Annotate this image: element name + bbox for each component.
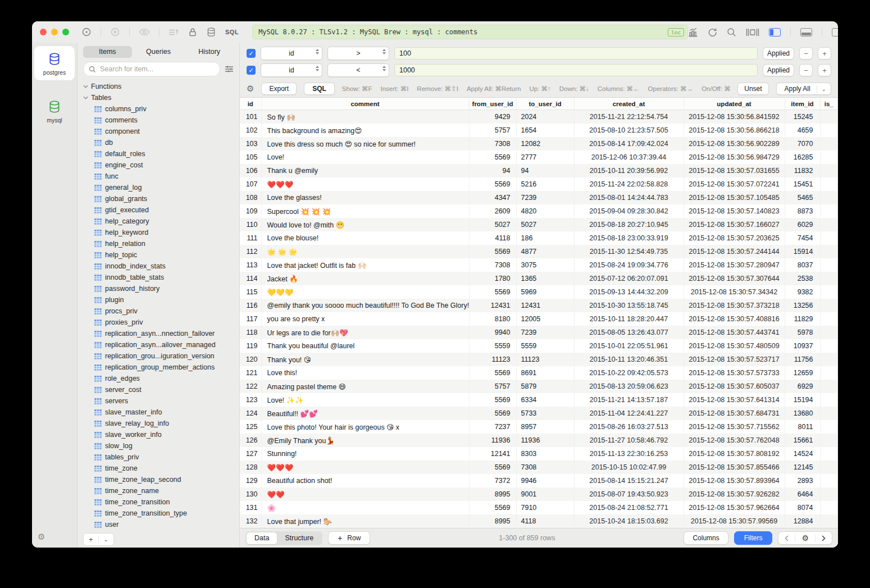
cell-to-user-id[interactable]: 7239 bbox=[516, 191, 574, 204]
cell-created-at[interactable]: 2015-08-18 20:27:10.945 bbox=[574, 218, 684, 231]
cell-comment[interactable]: This background is amazing😍 bbox=[261, 124, 469, 137]
add-item-button[interactable]: + bbox=[84, 534, 98, 545]
cell-item-id[interactable]: 13680 bbox=[785, 407, 820, 420]
zoom-window-button[interactable] bbox=[62, 29, 69, 35]
cell-from-user-id[interactable]: 94 bbox=[469, 164, 516, 177]
cell-comment[interactable]: Beautiful action shot! bbox=[261, 474, 469, 487]
cell-comment[interactable]: ❤️❤️ bbox=[261, 487, 469, 501]
sidebar-item-table[interactable]: time_zone_transition_type bbox=[83, 508, 239, 519]
cell-updated-at[interactable]: 2015-12-08 15:30:57.573733 bbox=[684, 366, 785, 380]
cell-created-at[interactable]: 2015-11-21 14:13:57.187 bbox=[574, 393, 684, 407]
cell-id[interactable]: 115 bbox=[240, 285, 261, 299]
cell-id[interactable]: 123 bbox=[240, 393, 261, 407]
cell-comment[interactable]: Stunning! bbox=[261, 447, 469, 461]
cell-comment[interactable]: @emily thank you soooo much beautiful!!!… bbox=[261, 299, 469, 312]
cell-updated-at[interactable]: 2015-12-08 15:30:57.280947 bbox=[684, 258, 785, 272]
sidebar-item-table[interactable]: comments bbox=[83, 115, 239, 126]
cell-from-user-id[interactable]: 4118 bbox=[469, 231, 516, 245]
filter-enabled-checkbox[interactable]: ✓ bbox=[247, 66, 256, 75]
cell-to-user-id[interactable]: 12005 bbox=[516, 312, 574, 326]
cell-is[interactable] bbox=[820, 339, 838, 353]
cell-created-at[interactable]: 2015-11-13 22:30:16.253 bbox=[574, 447, 684, 461]
cell-created-at[interactable]: 2015-10-01 22:05:51.961 bbox=[574, 339, 684, 353]
cell-item-id[interactable]: 7070 bbox=[785, 137, 820, 151]
column-header-updated-at[interactable]: updated_at bbox=[684, 98, 785, 110]
window-frame-icon[interactable] bbox=[746, 28, 759, 37]
tab-history[interactable]: History bbox=[185, 46, 234, 58]
table-row[interactable]: 121 Love this! 5569 8691 2015-10-22 09:4… bbox=[240, 366, 838, 380]
cell-comment[interactable]: Thank u @emily bbox=[261, 164, 469, 177]
previous-page-icon[interactable] bbox=[778, 532, 795, 544]
cell-updated-at[interactable]: 2015-12-08 15:30:57.808192 bbox=[684, 447, 785, 461]
tree-section-tables[interactable]: Tables bbox=[83, 92, 239, 103]
sidebar-item-table[interactable]: password_history bbox=[83, 283, 239, 294]
cell-item-id[interactable]: 5978 bbox=[785, 326, 820, 339]
add-row-button[interactable]: + Row bbox=[328, 531, 370, 545]
sidebar-item-table[interactable]: slave_master_info bbox=[83, 407, 239, 418]
cell-item-id[interactable]: 15245 bbox=[785, 110, 820, 124]
cell-is[interactable] bbox=[820, 191, 838, 204]
cell-item-id[interactable]: 14524 bbox=[785, 447, 820, 461]
table-row[interactable]: 107 ❤️❤️❤️ 5569 5216 2015-11-24 22:02:58… bbox=[240, 177, 838, 191]
cell-to-user-id[interactable]: 4820 bbox=[516, 204, 574, 218]
sidebar-item-table[interactable]: global_grants bbox=[83, 193, 239, 204]
toggle-right-panel-icon[interactable] bbox=[832, 28, 838, 37]
cell-from-user-id[interactable]: 8995 bbox=[469, 514, 516, 528]
settings-gear-icon[interactable]: ⚙ bbox=[38, 532, 45, 542]
close-window-button[interactable] bbox=[40, 29, 47, 35]
cell-item-id[interactable]: 12884 bbox=[785, 514, 820, 528]
connection-mysql[interactable]: mysql bbox=[34, 94, 75, 128]
table-row[interactable]: 131 🌸 5569 7910 2015-08-24 21:08:52.771 … bbox=[240, 501, 838, 514]
cell-is[interactable] bbox=[820, 501, 838, 514]
cell-is[interactable] bbox=[820, 514, 838, 528]
cell-to-user-id[interactable]: 8691 bbox=[516, 366, 574, 380]
cell-updated-at[interactable]: 2015-12-08 15:30:57.762048 bbox=[684, 434, 785, 447]
cell-created-at[interactable]: 2015-12-06 10:37:39.44 bbox=[574, 151, 684, 164]
cell-to-user-id[interactable]: 7239 bbox=[516, 326, 574, 339]
cell-from-user-id[interactable]: 5569 bbox=[469, 501, 516, 514]
cell-updated-at[interactable]: 2015-12-08 15:30:57.926282 bbox=[684, 487, 785, 501]
table-row[interactable]: 122 Amazing pastel theme 😄 5757 5879 201… bbox=[240, 380, 838, 393]
cell-item-id[interactable]: 2893 bbox=[785, 474, 820, 487]
cell-created-at[interactable]: 2015-10-24 18:15:03.692 bbox=[574, 514, 684, 528]
cell-from-user-id[interactable]: 7308 bbox=[469, 137, 516, 151]
applied-button[interactable]: Applied bbox=[763, 47, 794, 60]
cell-is[interactable] bbox=[820, 353, 838, 366]
cell-comment[interactable]: @Emily Thank you💃 bbox=[261, 434, 469, 447]
cell-id[interactable]: 103 bbox=[240, 137, 261, 151]
sql-editor-icon[interactable]: SQL bbox=[225, 29, 239, 35]
cell-updated-at[interactable]: 2015-12-08 15:30:57.641314 bbox=[684, 393, 785, 407]
cell-item-id[interactable]: 11829 bbox=[785, 312, 820, 326]
cell-comment[interactable]: Jacket 🔥 bbox=[261, 272, 469, 285]
cell-created-at[interactable]: 2015-10-11 20:39:56.992 bbox=[574, 164, 684, 177]
cell-from-user-id[interactable]: 7237 bbox=[469, 420, 516, 434]
cell-from-user-id[interactable]: 12431 bbox=[469, 299, 516, 312]
add-filter-button[interactable]: + bbox=[818, 64, 831, 76]
cell-is[interactable] bbox=[820, 461, 838, 474]
cell-to-user-id[interactable]: 186 bbox=[516, 231, 574, 245]
cell-is[interactable] bbox=[820, 285, 838, 299]
cell-to-user-id[interactable]: 2024 bbox=[516, 110, 574, 124]
filter-operator-select[interactable]: < bbox=[327, 63, 389, 77]
sidebar-item-table[interactable]: replication_grou...iguration_version bbox=[83, 350, 239, 362]
cell-to-user-id[interactable]: 5879 bbox=[516, 380, 574, 393]
sidebar-item-table[interactable]: gtid_executed bbox=[83, 204, 239, 216]
table-row[interactable]: 113 Love that jacket! Outfit is fab 🙌🏻 7… bbox=[240, 258, 838, 272]
toggle-left-panel-icon[interactable] bbox=[769, 28, 781, 37]
cell-updated-at[interactable]: 2015-12-08 15:30:57.031655 bbox=[684, 164, 785, 177]
cell-to-user-id[interactable]: 5559 bbox=[516, 339, 574, 353]
cell-updated-at[interactable]: 2015-12-08 15:30:57.480509 bbox=[684, 339, 785, 353]
cell-is[interactable] bbox=[820, 151, 838, 164]
cell-created-at[interactable]: 2015-08-07 19:43:50.923 bbox=[574, 487, 684, 501]
cell-item-id[interactable]: 8011 bbox=[785, 420, 820, 434]
applied-button[interactable]: Applied bbox=[763, 64, 794, 76]
cell-updated-at[interactable]: 2015-12-08 15:30:57.072241 bbox=[684, 177, 785, 191]
sidebar-item-table[interactable]: slave_relay_log_info bbox=[83, 418, 239, 429]
cell-comment[interactable]: Love this! bbox=[261, 366, 469, 380]
cell-item-id[interactable]: 11832 bbox=[785, 164, 820, 177]
cell-is[interactable] bbox=[820, 177, 838, 191]
cell-to-user-id[interactable]: 4118 bbox=[516, 514, 574, 528]
cell-id[interactable]: 109 bbox=[240, 204, 261, 218]
table-row[interactable]: 125 Love this photo! Your hair is gorgeo… bbox=[240, 420, 838, 434]
table-row[interactable]: 106 Thank u @emily 94 94 2015-10-11 20:3… bbox=[240, 164, 838, 177]
